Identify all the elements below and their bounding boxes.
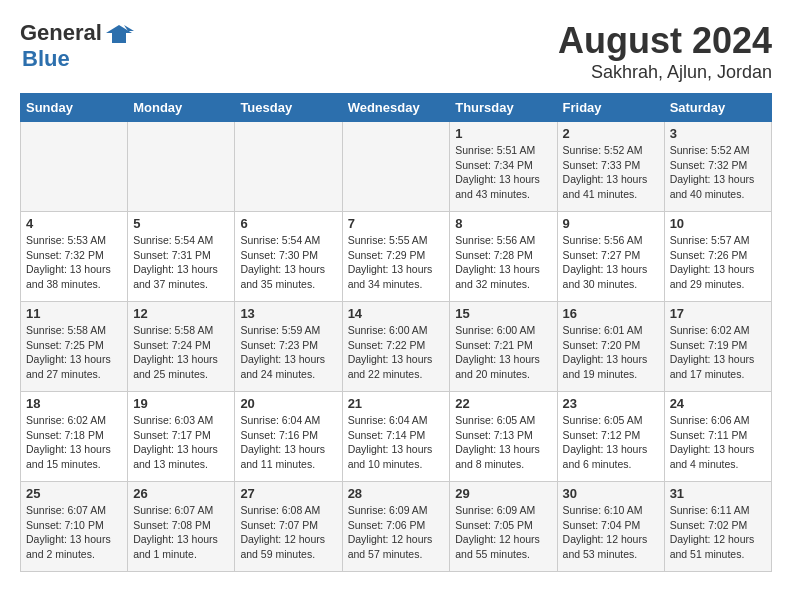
day-info: Sunrise: 6:09 AM Sunset: 7:05 PM Dayligh… (455, 503, 551, 562)
day-number: 1 (455, 126, 551, 141)
calendar-cell: 20Sunrise: 6:04 AM Sunset: 7:16 PM Dayli… (235, 392, 342, 482)
calendar-week-row: 18Sunrise: 6:02 AM Sunset: 7:18 PM Dayli… (21, 392, 772, 482)
day-info: Sunrise: 5:52 AM Sunset: 7:33 PM Dayligh… (563, 143, 659, 202)
day-header-sunday: Sunday (21, 94, 128, 122)
day-number: 30 (563, 486, 659, 501)
calendar-cell: 9Sunrise: 5:56 AM Sunset: 7:27 PM Daylig… (557, 212, 664, 302)
day-number: 27 (240, 486, 336, 501)
calendar-cell: 8Sunrise: 5:56 AM Sunset: 7:28 PM Daylig… (450, 212, 557, 302)
day-info: Sunrise: 6:02 AM Sunset: 7:18 PM Dayligh… (26, 413, 122, 472)
day-number: 8 (455, 216, 551, 231)
calendar-cell: 18Sunrise: 6:02 AM Sunset: 7:18 PM Dayli… (21, 392, 128, 482)
day-number: 31 (670, 486, 766, 501)
day-number: 16 (563, 306, 659, 321)
day-header-saturday: Saturday (664, 94, 771, 122)
calendar-cell: 17Sunrise: 6:02 AM Sunset: 7:19 PM Dayli… (664, 302, 771, 392)
calendar-cell: 4Sunrise: 5:53 AM Sunset: 7:32 PM Daylig… (21, 212, 128, 302)
day-info: Sunrise: 6:00 AM Sunset: 7:22 PM Dayligh… (348, 323, 445, 382)
day-info: Sunrise: 5:51 AM Sunset: 7:34 PM Dayligh… (455, 143, 551, 202)
day-header-friday: Friday (557, 94, 664, 122)
days-header-row: SundayMondayTuesdayWednesdayThursdayFrid… (21, 94, 772, 122)
day-number: 29 (455, 486, 551, 501)
calendar-cell (342, 122, 450, 212)
day-info: Sunrise: 5:57 AM Sunset: 7:26 PM Dayligh… (670, 233, 766, 292)
calendar-week-row: 1Sunrise: 5:51 AM Sunset: 7:34 PM Daylig… (21, 122, 772, 212)
day-info: Sunrise: 6:03 AM Sunset: 7:17 PM Dayligh… (133, 413, 229, 472)
day-number: 4 (26, 216, 122, 231)
day-number: 18 (26, 396, 122, 411)
day-number: 19 (133, 396, 229, 411)
day-number: 28 (348, 486, 445, 501)
day-info: Sunrise: 5:52 AM Sunset: 7:32 PM Dayligh… (670, 143, 766, 202)
calendar-cell: 16Sunrise: 6:01 AM Sunset: 7:20 PM Dayli… (557, 302, 664, 392)
day-number: 12 (133, 306, 229, 321)
calendar-cell: 6Sunrise: 5:54 AM Sunset: 7:30 PM Daylig… (235, 212, 342, 302)
calendar-cell: 31Sunrise: 6:11 AM Sunset: 7:02 PM Dayli… (664, 482, 771, 572)
calendar-table: SundayMondayTuesdayWednesdayThursdayFrid… (20, 93, 772, 572)
day-info: Sunrise: 6:07 AM Sunset: 7:10 PM Dayligh… (26, 503, 122, 562)
day-header-wednesday: Wednesday (342, 94, 450, 122)
day-number: 6 (240, 216, 336, 231)
page-title: August 2024 (558, 20, 772, 62)
calendar-cell: 23Sunrise: 6:05 AM Sunset: 7:12 PM Dayli… (557, 392, 664, 482)
day-header-tuesday: Tuesday (235, 94, 342, 122)
day-number: 17 (670, 306, 766, 321)
calendar-cell (21, 122, 128, 212)
day-info: Sunrise: 5:54 AM Sunset: 7:31 PM Dayligh… (133, 233, 229, 292)
title-area: August 2024 Sakhrah, Ajlun, Jordan (558, 20, 772, 83)
day-number: 23 (563, 396, 659, 411)
calendar-cell: 28Sunrise: 6:09 AM Sunset: 7:06 PM Dayli… (342, 482, 450, 572)
calendar-cell: 7Sunrise: 5:55 AM Sunset: 7:29 PM Daylig… (342, 212, 450, 302)
day-info: Sunrise: 6:00 AM Sunset: 7:21 PM Dayligh… (455, 323, 551, 382)
calendar-cell: 15Sunrise: 6:00 AM Sunset: 7:21 PM Dayli… (450, 302, 557, 392)
logo-blue-text: Blue (22, 46, 70, 71)
day-info: Sunrise: 6:02 AM Sunset: 7:19 PM Dayligh… (670, 323, 766, 382)
day-number: 5 (133, 216, 229, 231)
day-number: 14 (348, 306, 445, 321)
day-number: 3 (670, 126, 766, 141)
day-info: Sunrise: 6:04 AM Sunset: 7:14 PM Dayligh… (348, 413, 445, 472)
calendar-cell (235, 122, 342, 212)
day-info: Sunrise: 6:07 AM Sunset: 7:08 PM Dayligh… (133, 503, 229, 562)
day-number: 11 (26, 306, 122, 321)
day-info: Sunrise: 6:11 AM Sunset: 7:02 PM Dayligh… (670, 503, 766, 562)
day-info: Sunrise: 6:06 AM Sunset: 7:11 PM Dayligh… (670, 413, 766, 472)
calendar-cell: 13Sunrise: 5:59 AM Sunset: 7:23 PM Dayli… (235, 302, 342, 392)
calendar-week-row: 4Sunrise: 5:53 AM Sunset: 7:32 PM Daylig… (21, 212, 772, 302)
day-number: 20 (240, 396, 336, 411)
day-info: Sunrise: 5:54 AM Sunset: 7:30 PM Dayligh… (240, 233, 336, 292)
day-info: Sunrise: 5:59 AM Sunset: 7:23 PM Dayligh… (240, 323, 336, 382)
day-number: 7 (348, 216, 445, 231)
day-info: Sunrise: 6:04 AM Sunset: 7:16 PM Dayligh… (240, 413, 336, 472)
calendar-week-row: 11Sunrise: 5:58 AM Sunset: 7:25 PM Dayli… (21, 302, 772, 392)
calendar-cell: 10Sunrise: 5:57 AM Sunset: 7:26 PM Dayli… (664, 212, 771, 302)
calendar-cell: 2Sunrise: 5:52 AM Sunset: 7:33 PM Daylig… (557, 122, 664, 212)
calendar-cell: 14Sunrise: 6:00 AM Sunset: 7:22 PM Dayli… (342, 302, 450, 392)
calendar-cell: 29Sunrise: 6:09 AM Sunset: 7:05 PM Dayli… (450, 482, 557, 572)
calendar-cell: 22Sunrise: 6:05 AM Sunset: 7:13 PM Dayli… (450, 392, 557, 482)
day-number: 25 (26, 486, 122, 501)
calendar-cell: 1Sunrise: 5:51 AM Sunset: 7:34 PM Daylig… (450, 122, 557, 212)
day-number: 2 (563, 126, 659, 141)
calendar-cell: 27Sunrise: 6:08 AM Sunset: 7:07 PM Dayli… (235, 482, 342, 572)
day-header-monday: Monday (128, 94, 235, 122)
calendar-cell: 26Sunrise: 6:07 AM Sunset: 7:08 PM Dayli… (128, 482, 235, 572)
day-number: 9 (563, 216, 659, 231)
calendar-cell: 5Sunrise: 5:54 AM Sunset: 7:31 PM Daylig… (128, 212, 235, 302)
day-info: Sunrise: 5:53 AM Sunset: 7:32 PM Dayligh… (26, 233, 122, 292)
calendar-cell: 12Sunrise: 5:58 AM Sunset: 7:24 PM Dayli… (128, 302, 235, 392)
day-number: 13 (240, 306, 336, 321)
day-info: Sunrise: 6:08 AM Sunset: 7:07 PM Dayligh… (240, 503, 336, 562)
calendar-cell: 3Sunrise: 5:52 AM Sunset: 7:32 PM Daylig… (664, 122, 771, 212)
calendar-cell: 11Sunrise: 5:58 AM Sunset: 7:25 PM Dayli… (21, 302, 128, 392)
day-info: Sunrise: 6:09 AM Sunset: 7:06 PM Dayligh… (348, 503, 445, 562)
calendar-cell: 25Sunrise: 6:07 AM Sunset: 7:10 PM Dayli… (21, 482, 128, 572)
day-info: Sunrise: 5:56 AM Sunset: 7:28 PM Dayligh… (455, 233, 551, 292)
calendar-cell: 24Sunrise: 6:06 AM Sunset: 7:11 PM Dayli… (664, 392, 771, 482)
day-info: Sunrise: 6:01 AM Sunset: 7:20 PM Dayligh… (563, 323, 659, 382)
logo: General Blue (20, 20, 134, 72)
day-header-thursday: Thursday (450, 94, 557, 122)
calendar-cell (128, 122, 235, 212)
page-subtitle: Sakhrah, Ajlun, Jordan (558, 62, 772, 83)
day-info: Sunrise: 5:55 AM Sunset: 7:29 PM Dayligh… (348, 233, 445, 292)
